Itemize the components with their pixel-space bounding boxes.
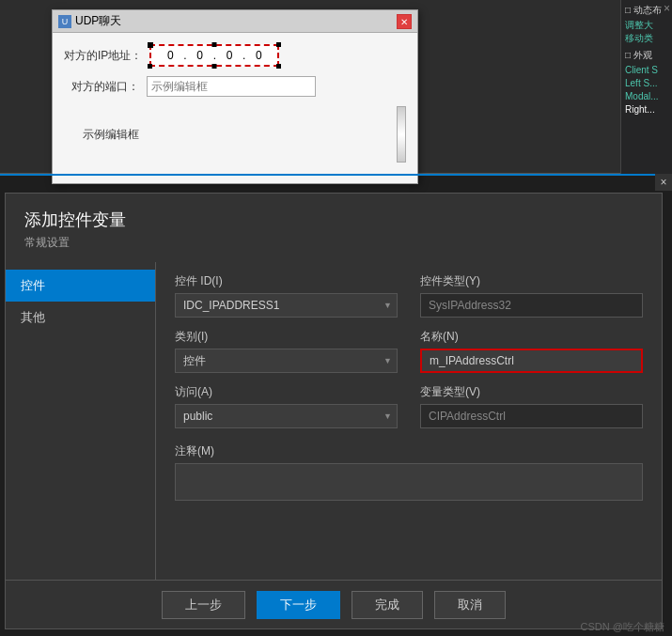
comment-label: 注释(M) [175, 443, 643, 459]
sidebar-item-other-label: 其他 [21, 310, 45, 324]
udp-title-bar: U UDP聊天 ✕ [53, 10, 417, 33]
access-select[interactable]: public [175, 404, 398, 428]
dynamic-section-title: □ 动态布 [625, 4, 668, 17]
comment-group: 注释(M) [175, 443, 643, 501]
sidebar-item-control[interactable]: 控件 [6, 270, 155, 302]
example-row: 示例编辑框 [64, 106, 406, 163]
variable-type-label: 变量类型(V) [420, 384, 643, 400]
right-panel-appearance-section: □ 外观 Client S Left S... Modal... Right..… [625, 49, 668, 116]
separator-close-btn[interactable]: × [655, 174, 672, 191]
name-input[interactable] [420, 349, 643, 373]
ip-segment-3[interactable] [216, 49, 242, 62]
dialog-body: 控件 其他 控件 ID(I) IDC_IPADDRESS1 [6, 262, 662, 594]
ip-segment-1[interactable] [157, 49, 183, 62]
category-label: 类别(I) [175, 329, 398, 345]
corner-tm [212, 42, 217, 47]
category-select[interactable]: 控件 [175, 349, 398, 373]
control-id-select[interactable]: IDC_IPADDRESS1 [175, 293, 398, 318]
udp-title-label: UDP聊天 [75, 13, 121, 29]
appearance-item-left[interactable]: Left S... [625, 77, 668, 90]
appearance-item-client[interactable]: Client S [625, 64, 668, 77]
right-panel: × □ 动态布 调整大 移动类 □ 外观 Client S Left S... … [620, 0, 672, 174]
dynamic-item-2[interactable]: 移动类 [625, 32, 668, 45]
corner-tr [276, 42, 281, 47]
ip-address-control[interactable]: . . . [149, 44, 279, 67]
access-label: 访问(A) [175, 384, 398, 400]
control-type-group: 控件类型(Y) [420, 273, 643, 318]
form-grid: 控件 ID(I) IDC_IPADDRESS1 控件类型(Y) 类别(I) [175, 273, 643, 428]
category-select-wrapper: 控件 [175, 349, 398, 373]
control-type-input [420, 293, 643, 318]
next-button[interactable]: 下一步 [257, 591, 340, 619]
example-label: 示例编辑框 [64, 127, 139, 143]
control-id-label: 控件 ID(I) [175, 273, 398, 289]
ip-segment-2[interactable] [187, 49, 213, 62]
name-group: 名称(N) [420, 329, 643, 373]
port-input[interactable] [147, 76, 316, 97]
finish-button[interactable]: 完成 [352, 591, 423, 619]
sidebar-item-control-label: 控件 [21, 278, 45, 292]
watermark: CSDN @吃个糖糖 [581, 620, 664, 634]
udp-icon: U [58, 15, 71, 28]
port-label: 对方的端口： [64, 79, 139, 95]
udp-title-text: U UDP聊天 [58, 13, 121, 29]
scrollbar[interactable] [397, 106, 406, 163]
corner-br [276, 64, 281, 69]
appearance-section-title: □ 外观 [625, 49, 668, 62]
ip-segment-4[interactable] [245, 49, 272, 62]
port-row: 对方的端口： [64, 76, 406, 97]
top-preview-area: U UDP聊天 ✕ 对方的IP地址： [0, 0, 620, 174]
sidebar-item-other[interactable]: 其他 [6, 302, 155, 334]
name-label: 名称(N) [420, 329, 643, 345]
ip-address-row: 对方的IP地址： . . . [64, 44, 406, 67]
corner-bl [148, 64, 152, 69]
ip-address-label: 对方的IP地址： [64, 48, 142, 64]
dialog-footer: 上一步 下一步 完成 取消 [6, 580, 662, 628]
udp-dialog: U UDP聊天 ✕ 对方的IP地址： [52, 9, 418, 184]
back-button[interactable]: 上一步 [162, 591, 245, 619]
right-panel-close[interactable]: × [664, 2, 670, 15]
access-group: 访问(A) public [175, 384, 398, 428]
category-group: 类别(I) 控件 [175, 329, 398, 373]
add-ctrl-dialog: 添加控件变量 常规设置 控件 其他 控件 ID(I) IDC_IPADDRESS… [5, 193, 663, 629]
dynamic-item-1[interactable]: 调整大 [625, 19, 668, 32]
control-id-select-wrapper: IDC_IPADDRESS1 [175, 293, 398, 318]
dialog-title: 添加控件变量 [6, 194, 662, 235]
right-panel-dynamic-section: □ 动态布 调整大 移动类 [625, 4, 668, 45]
separator-bar [0, 174, 672, 176]
variable-type-group: 变量类型(V) [420, 384, 643, 428]
access-select-wrapper: public [175, 404, 398, 428]
control-type-label: 控件类型(Y) [420, 273, 643, 289]
comment-textarea[interactable] [175, 463, 643, 501]
variable-type-input [420, 404, 643, 428]
right-form-content: 控件 ID(I) IDC_IPADDRESS1 控件类型(Y) 类别(I) [156, 262, 662, 594]
cancel-button[interactable]: 取消 [434, 591, 506, 619]
appearance-item-right[interactable]: Right... [625, 103, 668, 116]
corner-tl [148, 42, 152, 47]
udp-close-button[interactable]: ✕ [397, 14, 412, 29]
corner-bm [212, 64, 217, 69]
udp-body: 对方的IP地址： . . . [53, 33, 417, 183]
appearance-item-modal[interactable]: Modal... [625, 90, 668, 103]
left-sidebar: 控件 其他 [6, 262, 156, 594]
dialog-subtitle: 常规设置 [6, 235, 662, 262]
control-id-group: 控件 ID(I) IDC_IPADDRESS1 [175, 273, 398, 318]
